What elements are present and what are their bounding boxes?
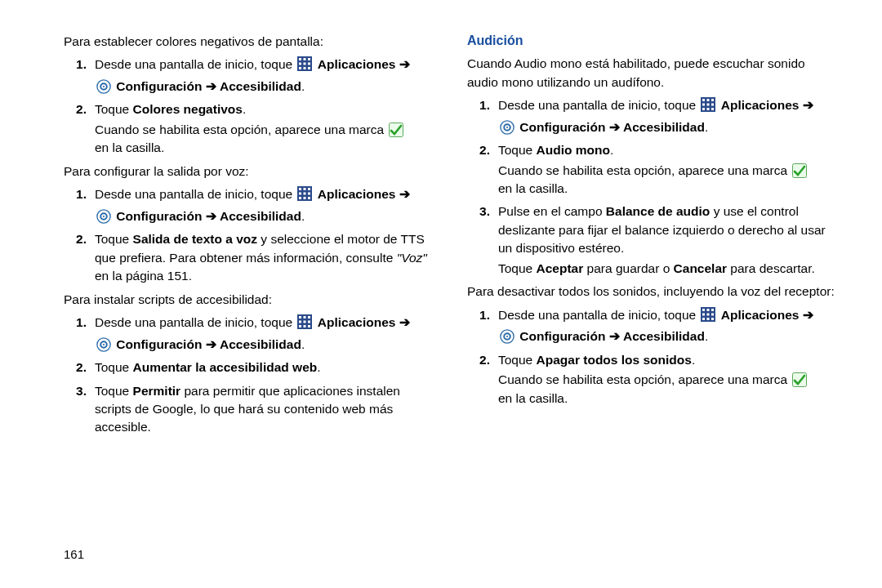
svg-rect-36: [308, 325, 310, 327]
checkmark-icon: [792, 372, 807, 387]
svg-rect-9: [308, 67, 310, 69]
step-number: 1.: [64, 185, 95, 225]
step-text: Desde una pantalla de inicio, toque Apli…: [95, 56, 431, 96]
step-text: Toque Aumentar la accesibilidad web.: [95, 359, 431, 376]
settings-gear-icon: [500, 329, 514, 344]
svg-rect-30: [308, 316, 310, 318]
svg-rect-18: [299, 193, 301, 195]
svg-rect-33: [308, 321, 310, 323]
steps-scripts: 1. Desde una pantalla de inicio, toque A…: [64, 314, 431, 437]
svg-rect-22: [304, 197, 306, 199]
svg-rect-41: [702, 99, 705, 101]
step-number: 1.: [467, 96, 498, 136]
step-number: 2.: [64, 100, 95, 157]
svg-rect-58: [702, 313, 705, 315]
steps-voice-output: 1. Desde una pantalla de inicio, toque A…: [64, 185, 431, 285]
svg-rect-47: [702, 108, 705, 110]
svg-rect-43: [711, 99, 714, 101]
step-text: Desde una pantalla de inicio, toque Apli…: [95, 314, 431, 354]
svg-rect-34: [299, 325, 301, 327]
apps-grid-icon: [701, 97, 715, 112]
voz-link[interactable]: "Voz": [397, 251, 427, 265]
step-text: Toque Audio mono. Cuando se habilita est…: [498, 141, 835, 198]
svg-rect-23: [308, 197, 310, 199]
intro-disable-all-sounds: Para desactivar todos los sonidos, inclu…: [467, 283, 835, 301]
apps-grid-icon: [297, 314, 312, 329]
svg-rect-20: [308, 193, 310, 195]
step-number: 1.: [467, 306, 498, 346]
svg-rect-7: [299, 67, 301, 69]
step-number: 3.: [64, 382, 95, 437]
apps-grid-icon: [297, 56, 312, 71]
svg-rect-2: [304, 58, 306, 60]
step-text: Toque Permitir para permitir que aplicac…: [95, 382, 431, 437]
steps-negative-colors: 1. Desde una pantalla de inicio, toque A…: [64, 56, 431, 157]
settings-gear-icon: [500, 120, 514, 135]
svg-rect-28: [299, 316, 301, 318]
hearing-intro: Cuando Audio mono está habilitado, puede…: [467, 55, 835, 91]
page-content: Para establecer colores negativos de pan…: [0, 0, 882, 458]
svg-rect-63: [711, 318, 714, 320]
step-number: 3.: [467, 203, 498, 278]
svg-rect-5: [304, 63, 306, 65]
svg-rect-15: [299, 188, 301, 190]
svg-rect-46: [711, 104, 714, 106]
step-number: 1.: [64, 56, 95, 96]
svg-rect-29: [304, 316, 306, 318]
step-number: 2.: [467, 351, 498, 408]
svg-rect-16: [304, 188, 306, 190]
step-text: Toque Colores negativos. Cuando se habil…: [95, 100, 431, 157]
hearing-heading: Audición: [467, 31, 835, 50]
svg-rect-31: [299, 321, 301, 323]
svg-rect-32: [304, 321, 306, 323]
step-text: Toque Salida de texto a voz y seleccione…: [95, 230, 431, 285]
svg-rect-4: [299, 63, 301, 65]
step-number: 2.: [64, 230, 95, 285]
svg-rect-3: [308, 58, 310, 60]
step-text: Toque Apagar todos los sonidos. Cuando s…: [498, 351, 835, 408]
apps-grid-icon: [297, 186, 312, 201]
svg-rect-57: [711, 309, 714, 311]
svg-rect-60: [711, 313, 714, 315]
svg-point-39: [103, 343, 105, 345]
svg-rect-61: [702, 318, 705, 320]
intro-scripts: Para instalar scripts de accesibilidad:: [64, 291, 431, 309]
apps-grid-icon: [701, 307, 715, 322]
svg-rect-55: [702, 309, 705, 311]
svg-rect-62: [707, 318, 710, 320]
step-text: Desde una pantalla de inicio, toque Apli…: [498, 96, 835, 136]
step-text: Desde una pantalla de inicio, toque Apli…: [95, 185, 431, 225]
step-text: Pulse en el campo Balance de audio y use…: [498, 203, 835, 278]
svg-rect-56: [707, 309, 710, 311]
svg-rect-45: [707, 104, 710, 106]
right-column: Audición Cuando Audio mono está habilita…: [467, 28, 835, 442]
settings-gear-icon: [96, 209, 111, 224]
svg-point-26: [103, 216, 105, 217]
intro-voice-output: Para configurar la salida por voz:: [64, 163, 431, 180]
steps-mono-audio: 1. Desde una pantalla de inicio, toque A…: [467, 96, 835, 278]
steps-disable-sounds: 1. Desde una pantalla de inicio, toque A…: [467, 306, 835, 408]
page-number: 161: [64, 547, 84, 561]
svg-rect-17: [308, 188, 310, 190]
settings-gear-icon: [96, 79, 111, 94]
svg-point-52: [506, 127, 508, 128]
svg-rect-19: [304, 193, 306, 195]
step-text: Desde una pantalla de inicio, toque Apli…: [498, 306, 835, 346]
svg-rect-1: [299, 58, 301, 60]
svg-rect-48: [707, 108, 710, 110]
svg-rect-49: [711, 108, 714, 110]
svg-rect-42: [707, 99, 710, 101]
checkmark-icon: [792, 163, 807, 178]
svg-rect-35: [304, 325, 306, 327]
svg-rect-59: [707, 313, 710, 315]
left-column: Para establecer colores negativos de pan…: [64, 28, 431, 442]
svg-rect-8: [304, 67, 306, 69]
checkmark-icon: [389, 122, 403, 137]
step-number: 2.: [467, 141, 498, 198]
step-number: 2.: [64, 359, 95, 376]
svg-rect-21: [299, 197, 301, 199]
svg-rect-44: [702, 104, 705, 106]
svg-rect-6: [308, 63, 310, 65]
step-number: 1.: [64, 314, 95, 354]
intro-negative-colors: Para establecer colores negativos de pan…: [64, 33, 431, 51]
